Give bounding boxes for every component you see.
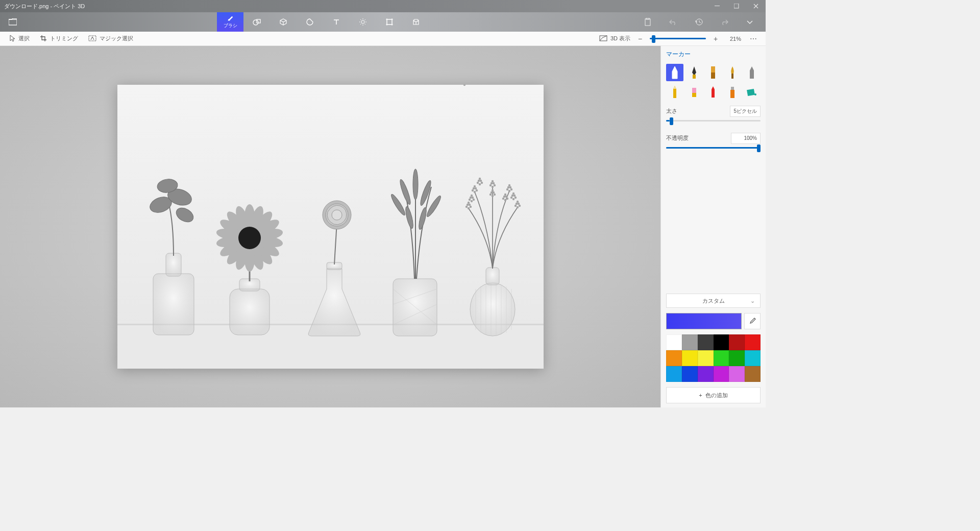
zoom-in-button[interactable]: + bbox=[711, 35, 720, 43]
color-swatch[interactable] bbox=[698, 334, 714, 350]
color-swatch[interactable] bbox=[698, 350, 714, 366]
brush-eraser[interactable] bbox=[685, 83, 703, 101]
add-color-button[interactable]: + 色の追加 bbox=[666, 387, 761, 403]
tab-3d-library[interactable] bbox=[403, 12, 429, 32]
paste-button[interactable] bbox=[635, 12, 660, 32]
color-swatch[interactable] bbox=[682, 350, 698, 366]
color-swatch[interactable] bbox=[666, 366, 682, 382]
magic-select-tool[interactable]: マジック選択 bbox=[83, 35, 138, 42]
undo-button[interactable] bbox=[660, 12, 686, 32]
brush-grid bbox=[666, 64, 761, 101]
svg-point-5 bbox=[361, 20, 364, 23]
svg-rect-33 bbox=[230, 289, 270, 335]
color-swatch[interactable] bbox=[666, 350, 682, 366]
svg-rect-74 bbox=[692, 88, 696, 93]
brush-crayon[interactable] bbox=[705, 83, 722, 101]
magic-label: マジック選択 bbox=[100, 35, 133, 42]
svg-rect-0 bbox=[715, 6, 720, 6]
top-right-icons bbox=[635, 12, 766, 32]
svg-point-37 bbox=[238, 227, 261, 249]
brush-watercolor[interactable] bbox=[724, 64, 741, 81]
tab-2d-shapes[interactable] bbox=[243, 12, 270, 32]
color-swatch[interactable] bbox=[682, 334, 698, 350]
crop-label: トリミング bbox=[50, 35, 78, 42]
minimize-button[interactable] bbox=[707, 0, 727, 12]
opacity-label: 不透明度 bbox=[666, 134, 689, 142]
svg-point-3 bbox=[253, 20, 258, 25]
eyedropper-button[interactable] bbox=[744, 313, 761, 329]
tool-tabs: ブラシ bbox=[217, 12, 429, 32]
view-3d-toggle[interactable]: 3D 表示 bbox=[594, 35, 635, 42]
color-swatch[interactable] bbox=[745, 334, 761, 350]
svg-rect-14 bbox=[387, 19, 392, 25]
top-toolbar: ブラシ bbox=[0, 12, 766, 32]
select-label: 選択 bbox=[18, 35, 30, 42]
svg-rect-76 bbox=[730, 90, 734, 98]
svg-rect-1 bbox=[734, 4, 739, 8]
tab-canvas[interactable] bbox=[376, 12, 403, 32]
title-bar: ダウンロード.png - ペイント 3D bbox=[0, 0, 766, 12]
redo-button[interactable] bbox=[712, 12, 737, 32]
history-button[interactable] bbox=[686, 12, 712, 32]
expand-menu-button[interactable] bbox=[737, 12, 763, 32]
svg-rect-71 bbox=[711, 66, 715, 73]
svg-line-10 bbox=[360, 19, 361, 20]
cursor-icon bbox=[9, 35, 15, 43]
brush-pencil[interactable] bbox=[666, 83, 683, 101]
svg-rect-78 bbox=[747, 89, 755, 96]
current-color-row bbox=[666, 313, 761, 329]
thickness-value[interactable]: 5ピクセル bbox=[730, 106, 761, 117]
tab-brush[interactable]: ブラシ bbox=[217, 12, 243, 32]
opacity-value[interactable]: 100% bbox=[731, 133, 761, 144]
color-swatch[interactable] bbox=[745, 366, 761, 382]
svg-rect-23 bbox=[600, 36, 607, 41]
svg-rect-63 bbox=[486, 268, 499, 285]
color-swatch[interactable] bbox=[666, 334, 682, 350]
canvas-area[interactable] bbox=[0, 46, 660, 407]
brush-fill[interactable] bbox=[743, 83, 761, 101]
color-swatch[interactable] bbox=[714, 334, 729, 350]
color-mode-label: カスタム bbox=[702, 297, 725, 305]
color-swatch[interactable] bbox=[745, 350, 761, 366]
color-swatch[interactable] bbox=[714, 366, 729, 382]
thickness-label: 太さ bbox=[666, 107, 677, 115]
svg-rect-2 bbox=[9, 19, 17, 25]
brush-pixel-pen[interactable] bbox=[743, 64, 761, 81]
svg-point-79 bbox=[754, 93, 756, 95]
zoom-controls: − + 21% bbox=[635, 35, 746, 43]
maximize-button[interactable] bbox=[727, 0, 746, 12]
magic-icon bbox=[88, 35, 96, 42]
tab-text[interactable] bbox=[323, 12, 350, 32]
color-swatch[interactable] bbox=[729, 350, 745, 366]
select-tool[interactable]: 選択 bbox=[4, 35, 35, 43]
canvas-image bbox=[117, 85, 544, 369]
svg-point-54 bbox=[470, 283, 515, 336]
brush-marker[interactable] bbox=[666, 64, 683, 81]
thickness-slider[interactable] bbox=[666, 120, 761, 122]
tab-effects[interactable] bbox=[350, 12, 376, 32]
tab-brush-label: ブラシ bbox=[224, 22, 237, 29]
zoom-slider[interactable] bbox=[650, 38, 706, 39]
svg-rect-73 bbox=[731, 74, 733, 79]
current-color-swatch[interactable] bbox=[666, 313, 742, 329]
opacity-slider[interactable] bbox=[666, 147, 761, 149]
color-swatch[interactable] bbox=[682, 366, 698, 382]
zoom-out-button[interactable]: − bbox=[635, 35, 645, 43]
color-mode-dropdown[interactable]: カスタム ⌄ bbox=[666, 294, 761, 308]
crop-tool[interactable]: トリミング bbox=[35, 35, 83, 43]
close-button[interactable] bbox=[746, 0, 766, 12]
tab-3d-shapes[interactable] bbox=[270, 12, 297, 32]
tab-stickers[interactable] bbox=[297, 12, 323, 32]
plus-icon: + bbox=[699, 392, 702, 398]
brush-oil[interactable] bbox=[705, 64, 722, 81]
color-swatch[interactable] bbox=[729, 334, 745, 350]
file-menu-button[interactable] bbox=[0, 12, 26, 32]
color-swatch[interactable] bbox=[698, 366, 714, 382]
color-swatch[interactable] bbox=[714, 350, 729, 366]
more-options-button[interactable]: ⋯ bbox=[746, 35, 762, 43]
svg-line-12 bbox=[360, 24, 361, 25]
brush-calligraphy-pen[interactable] bbox=[685, 64, 703, 81]
brush-spray-can[interactable] bbox=[724, 83, 741, 101]
view-3d-label: 3D 表示 bbox=[610, 35, 630, 42]
color-swatch[interactable] bbox=[729, 366, 745, 382]
